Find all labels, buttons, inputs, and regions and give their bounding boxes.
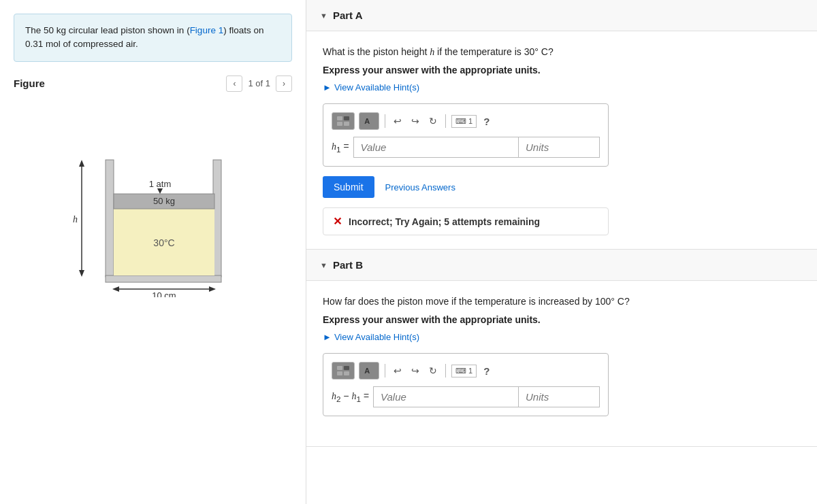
part-a-label: h1 = xyxy=(332,141,349,154)
part-a-content: What is the piston height h if the tempe… xyxy=(306,31,817,249)
part-b-answer-box: A ıı ↩ ↪ ↻ ⌨ 1 ? h2 − h1 = xyxy=(323,353,609,416)
part-b-matrix-icon xyxy=(336,365,350,376)
part-b-units-input[interactable] xyxy=(518,386,600,407)
svg-text:1 atm: 1 atm xyxy=(148,179,171,189)
part-a-value-input[interactable] xyxy=(353,137,518,158)
svg-rect-24 xyxy=(337,371,342,375)
part-b-hint-triangle-icon: ► xyxy=(323,332,332,342)
math-mode-button[interactable] xyxy=(332,112,355,130)
part-b-hint-link[interactable]: ► View Available Hint(s) xyxy=(323,332,801,342)
figure-diagram: h 1 atm 50 kg 30°C xyxy=(14,100,292,297)
help-button[interactable]: ? xyxy=(481,114,492,129)
figure-next-button[interactable]: › xyxy=(276,75,292,92)
svg-text:50 kg: 50 kg xyxy=(153,196,175,206)
refresh-button[interactable]: ↻ xyxy=(426,114,440,128)
piston-diagram-svg: h 1 atm 50 kg 30°C xyxy=(44,107,262,297)
part-a-input-row: h1 = xyxy=(332,137,600,158)
figure-header: Figure ‹ 1 of 1 › xyxy=(14,75,292,92)
part-a-incorrect-banner: ✕ Incorrect; Try Again; 5 attempts remai… xyxy=(323,207,609,235)
incorrect-text: Incorrect; Try Again; 5 attempts remaini… xyxy=(349,216,540,227)
part-b-section: ▼ Part B How far does the piston move if… xyxy=(306,250,817,447)
svg-rect-6 xyxy=(106,275,221,282)
problem-statement: The 50 kg circular lead piston shown in … xyxy=(14,14,292,62)
matrix-icon xyxy=(336,116,350,127)
svg-rect-21 xyxy=(344,122,349,126)
svg-rect-4 xyxy=(106,160,114,277)
svg-text:h: h xyxy=(73,214,78,224)
part-b-express: Express your answer with the appropriate… xyxy=(323,314,801,325)
figure-nav: ‹ 1 of 1 › xyxy=(226,75,292,92)
part-a-submit-button[interactable]: Submit xyxy=(323,176,374,198)
part-a-question: What is the piston height h if the tempe… xyxy=(323,45,801,59)
part-b-text-mode-button[interactable]: A ıı xyxy=(359,362,379,380)
part-b-title: Part B xyxy=(333,259,363,271)
part-b-keyboard-button[interactable]: ⌨ 1 xyxy=(451,365,477,377)
part-b-header[interactable]: ▼ Part B xyxy=(306,250,817,281)
part-b-chevron: ▼ xyxy=(320,261,327,269)
svg-text:10 cm: 10 cm xyxy=(152,290,176,297)
part-b-question: How far does the piston move if the temp… xyxy=(323,295,801,309)
part-b-input-row: h2 − h1 = xyxy=(332,386,600,407)
figure-page-label: 1 of 1 xyxy=(248,78,270,88)
svg-rect-25 xyxy=(344,371,349,375)
svg-marker-2 xyxy=(79,270,84,277)
part-a-title: Part A xyxy=(333,10,363,21)
part-a-answer-box: A ıı ↩ ↪ ↻ ⌨ 1 ? h1 = xyxy=(323,103,609,167)
svg-rect-22 xyxy=(337,366,342,370)
part-b-undo-button[interactable]: ↩ xyxy=(391,364,404,377)
part-b-toolbar: A ıı ↩ ↪ ↻ ⌨ 1 ? xyxy=(332,362,600,380)
svg-rect-18 xyxy=(337,116,342,120)
toolbar-separator-2 xyxy=(445,114,446,128)
figure-section: Figure ‹ 1 of 1 › h xyxy=(14,75,292,297)
part-a-header[interactable]: ▼ Part A xyxy=(306,0,817,31)
left-panel: The 50 kg circular lead piston shown in … xyxy=(0,0,306,504)
svg-text:30°C: 30°C xyxy=(153,237,174,248)
part-b-math-mode-button[interactable] xyxy=(332,362,355,380)
svg-marker-15 xyxy=(112,286,119,292)
svg-rect-20 xyxy=(337,122,342,126)
svg-rect-19 xyxy=(344,116,349,120)
part-b-content: How far does the piston move if the temp… xyxy=(306,281,817,446)
part-a-chevron: ▼ xyxy=(320,12,327,20)
part-a-units-input[interactable] xyxy=(518,137,600,158)
svg-marker-11 xyxy=(157,188,163,194)
incorrect-x-icon: ✕ xyxy=(333,215,342,228)
hint-triangle-icon: ► xyxy=(323,82,332,93)
part-b-label: h2 − h1 = xyxy=(332,390,369,403)
svg-rect-23 xyxy=(344,366,349,370)
part-a-hint-link[interactable]: ► View Available Hint(s) xyxy=(323,82,801,93)
part-a-section: ▼ Part A What is the piston height h if … xyxy=(306,0,817,250)
figure-link[interactable]: Figure 1 xyxy=(190,25,224,35)
part-b-redo-button[interactable]: ↪ xyxy=(408,364,422,377)
part-b-toolbar-separator-1 xyxy=(385,364,385,377)
part-b-refresh-button[interactable]: ↻ xyxy=(426,364,440,377)
svg-marker-1 xyxy=(79,160,84,167)
svg-marker-16 xyxy=(209,286,216,292)
part-b-value-input[interactable] xyxy=(373,386,518,407)
part-a-submit-row: Submit Previous Answers xyxy=(323,176,801,198)
redo-button[interactable]: ↪ xyxy=(408,114,422,128)
text-mode-button[interactable]: A ıı xyxy=(359,112,379,130)
problem-text-before: The 50 kg circular lead piston shown in … xyxy=(25,25,190,35)
undo-button[interactable]: ↩ xyxy=(391,114,404,128)
right-panel: ▼ Part A What is the piston height h if … xyxy=(306,0,817,504)
part-b-help-button[interactable]: ? xyxy=(481,364,492,378)
part-a-toolbar: A ıı ↩ ↪ ↻ ⌨ 1 ? xyxy=(332,112,600,130)
part-a-prev-answers-link[interactable]: Previous Answers xyxy=(385,182,455,192)
keyboard-button[interactable]: ⌨ 1 xyxy=(451,115,477,128)
part-b-toolbar-separator-2 xyxy=(445,364,446,377)
figure-prev-button[interactable]: ‹ xyxy=(226,75,242,92)
toolbar-separator-1 xyxy=(385,114,385,128)
figure-title: Figure xyxy=(14,78,45,89)
part-a-express: Express your answer with the appropriate… xyxy=(323,65,801,75)
